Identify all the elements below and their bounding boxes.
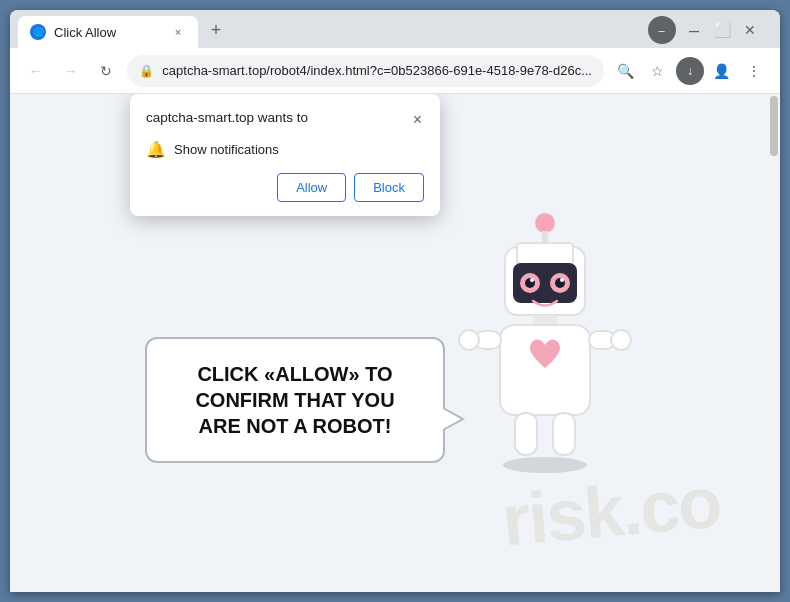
speech-bubble: CLICK «ALLOW» TO CONFIRM THAT YOU ARE NO… — [145, 337, 445, 463]
download-icon[interactable]: ↓ — [676, 57, 704, 85]
robot-illustration — [445, 203, 645, 483]
notification-popup: captcha-smart.top wants to × 🔔 Show noti… — [130, 94, 440, 216]
window-close-button[interactable]: ✕ — [736, 16, 764, 44]
lock-icon: 🔒 — [139, 64, 154, 78]
svg-point-10 — [560, 278, 564, 282]
nav-bar: ← → ↻ 🔒 captcha-smart.top/robot4/index.h… — [10, 48, 780, 94]
popup-notification-row: 🔔 Show notifications — [146, 140, 424, 159]
new-tab-button[interactable]: + — [202, 16, 230, 44]
tab-bar: 🌐 Click Allow × + – – ⬜ ✕ — [10, 10, 780, 48]
svg-rect-17 — [515, 413, 537, 455]
bubble-text: CLICK «ALLOW» TO CONFIRM THAT YOU ARE NO… — [175, 361, 415, 439]
popup-header: captcha-smart.top wants to × — [146, 110, 424, 130]
tab-title: Click Allow — [54, 25, 162, 40]
profile-button[interactable]: 👤 — [708, 57, 736, 85]
notification-label: Show notifications — [174, 142, 279, 157]
profile-icon: – — [648, 16, 676, 44]
block-button[interactable]: Block — [354, 173, 424, 202]
back-button[interactable]: ← — [22, 57, 49, 85]
svg-rect-18 — [553, 413, 575, 455]
tab-favicon: 🌐 — [30, 24, 46, 40]
nav-actions: 🔍 ☆ ↓ 👤 ⋮ — [612, 57, 768, 85]
svg-point-0 — [535, 213, 555, 233]
window-maximize-button[interactable]: ⬜ — [708, 16, 736, 44]
window-minimize-button[interactable]: – — [680, 16, 708, 44]
search-icon[interactable]: 🔍 — [612, 57, 640, 85]
popup-buttons: Allow Block — [146, 173, 424, 202]
active-tab[interactable]: 🌐 Click Allow × — [18, 16, 198, 48]
scrollbar[interactable] — [768, 94, 780, 592]
tab-close-button[interactable]: × — [170, 24, 186, 40]
bell-icon: 🔔 — [146, 140, 166, 159]
browser-window: 🌐 Click Allow × + – – ⬜ ✕ ← → ↻ 🔒 captch… — [10, 10, 780, 592]
scene: CLICK «ALLOW» TO CONFIRM THAT YOU ARE NO… — [145, 203, 645, 483]
bookmark-icon[interactable]: ☆ — [644, 57, 672, 85]
popup-title: captcha-smart.top wants to — [146, 110, 308, 125]
content-area: captcha-smart.top wants to × 🔔 Show noti… — [10, 94, 780, 592]
scrollbar-thumb[interactable] — [770, 96, 778, 156]
address-text: captcha-smart.top/robot4/index.html?c=0b… — [162, 63, 592, 78]
forward-button[interactable]: → — [57, 57, 84, 85]
address-bar[interactable]: 🔒 captcha-smart.top/robot4/index.html?c=… — [127, 55, 604, 87]
refresh-button[interactable]: ↻ — [92, 57, 119, 85]
svg-rect-3 — [517, 243, 573, 265]
svg-rect-12 — [500, 325, 590, 415]
popup-close-button[interactable]: × — [411, 110, 424, 130]
allow-button[interactable]: Allow — [277, 173, 346, 202]
svg-point-19 — [503, 457, 587, 473]
menu-button[interactable]: ⋮ — [740, 57, 768, 85]
svg-point-9 — [530, 278, 534, 282]
svg-point-16 — [611, 330, 631, 350]
svg-point-14 — [459, 330, 479, 350]
